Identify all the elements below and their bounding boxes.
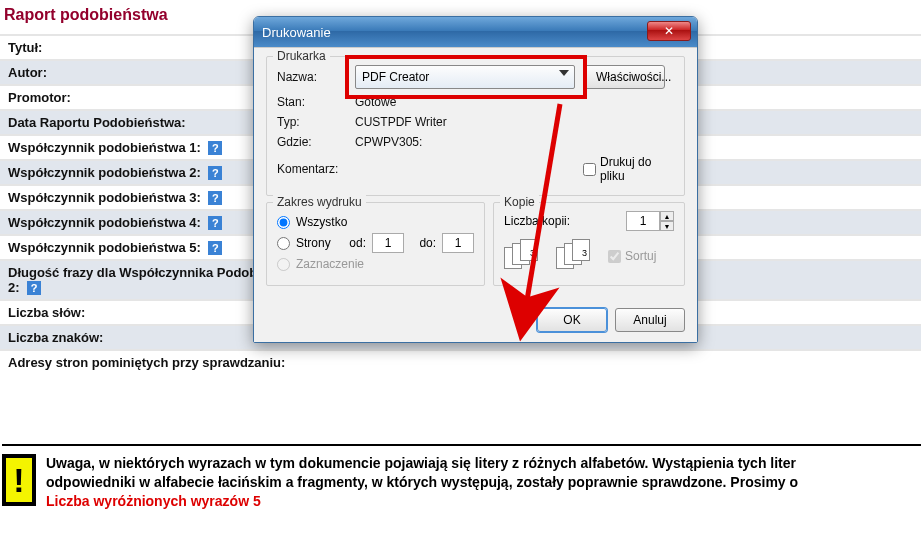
printer-select[interactable]: PDF Creator [355,65,575,89]
print-to-file-row: Drukuj do pliku [583,155,674,183]
print-dialog: Drukowanie ✕ Drukarka Nazwa: PDF Creator… [253,16,698,343]
to-input[interactable] [442,233,474,253]
warning-text: Uwaga, w niektórych wyrazach w tym dokum… [46,454,798,511]
copies-down-button[interactable]: ▼ [660,221,674,231]
comment-label: Komentarz: [277,162,347,176]
where-label: Gdzie: [277,135,347,149]
range-all-label: Wszystko [296,215,347,229]
cancel-button[interactable]: Anuluj [615,308,685,332]
sort-label: Sortuj [625,249,656,263]
dialog-title: Drukowanie [262,25,331,40]
name-label: Nazwa: [277,70,347,84]
range-selection-row: Zaznaczenie [277,257,474,271]
to-label: do: [419,236,436,250]
print-to-file-checkbox[interactable] [583,163,596,176]
range-all-radio[interactable] [277,216,290,229]
help-icon[interactable]: ? [208,216,222,230]
close-button[interactable]: ✕ [647,21,691,41]
properties-button[interactable]: Właściwości... [583,65,665,89]
copies-group-title: Kopie [500,195,539,209]
warning-highlight: Liczba wyróżnionych wyrazów 5 [46,493,261,509]
help-icon[interactable]: ? [208,241,222,255]
warning-box: ! Uwaga, w niektórych wyrazach w tym dok… [2,444,921,511]
range-selection-label: Zaznaczenie [296,257,364,271]
table-row: Adresy stron pominiętych przy sprawdzani… [0,350,921,374]
help-icon[interactable]: ? [208,141,222,155]
copies-spinner: ▲ ▼ [626,211,674,231]
copies-groupbox: Kopie Liczba kopii: ▲ ▼ 123 [493,202,685,286]
range-pages-row: Strony od: do: [277,233,474,253]
warning-line-2: odpowiedniki w alfabecie łacińskim a fra… [46,474,798,490]
range-all-row: Wszystko [277,215,474,229]
range-selection-radio [277,258,290,271]
from-input[interactable] [372,233,404,253]
printer-group-title: Drukarka [273,49,330,63]
warning-icon: ! [2,454,36,506]
sort-row: Sortuj [608,249,656,263]
where-value: CPWPV305: [355,135,674,149]
dialog-footer: OK Anuluj [254,298,697,342]
dialog-titlebar[interactable]: Drukowanie ✕ [254,17,697,47]
range-pages-radio[interactable] [277,237,290,250]
copies-up-button[interactable]: ▲ [660,211,674,221]
ok-button[interactable]: OK [537,308,607,332]
state-label: Stan: [277,95,347,109]
sort-checkbox [608,250,621,263]
collate-icon: 123 [556,239,598,273]
state-value: Gotowe [355,95,674,109]
type-value: CUSTPDF Writer [355,115,674,129]
warning-line-1: Uwaga, w niektórych wyrazach w tym dokum… [46,455,796,471]
copies-input[interactable] [626,211,660,231]
row-value [325,350,921,374]
printer-select-wrap: PDF Creator [355,65,575,89]
collate-area: 123 123 Sortuj [504,239,674,273]
collate-icon: 123 [504,239,546,273]
range-group-title: Zakres wydruku [273,195,366,209]
print-to-file-label: Drukuj do pliku [600,155,674,183]
help-icon[interactable]: ? [208,191,222,205]
from-label: od: [349,236,366,250]
range-pages-label: Strony [296,236,331,250]
row-label: Adresy stron pominiętych przy sprawdzani… [0,350,325,374]
printer-groupbox: Drukarka Nazwa: PDF Creator Właściwości.… [266,56,685,196]
help-icon[interactable]: ? [208,166,222,180]
type-label: Typ: [277,115,347,129]
range-groupbox: Zakres wydruku Wszystko Strony od: do: Z… [266,202,485,286]
copies-label: Liczba kopii: [504,214,570,228]
help-icon[interactable]: ? [27,281,41,295]
